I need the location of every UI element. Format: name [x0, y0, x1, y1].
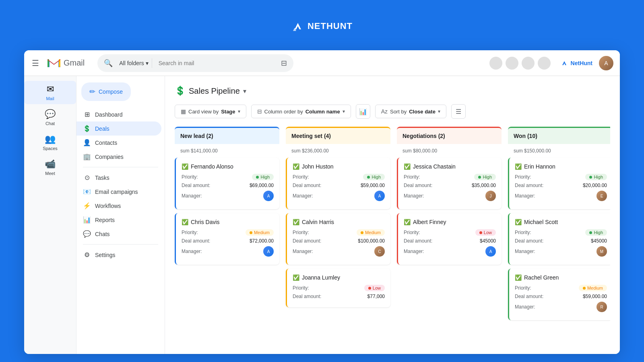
deal-card[interactable]: ✅ Rachel Green Priority: Medium Deal amo… [508, 269, 610, 320]
nav-item-chats[interactable]: 💬 Chats [76, 227, 161, 241]
priority-badge: High [585, 174, 607, 180]
chart-icon-button[interactable]: 📊 [356, 104, 370, 119]
deal-card[interactable]: ✅ Fernando Alonso Priority: High Deal am… [175, 158, 279, 209]
nav-deals-label: Deals [95, 125, 109, 132]
priority-dot-icon [256, 176, 259, 179]
deal-amount-row: Deal amount: $77,000 [293, 294, 385, 299]
amount-value: $35,000.00 [472, 183, 496, 188]
card-view-chevron-icon: ▾ [238, 109, 240, 114]
deal-name: ✅ Jessica Chastain [404, 163, 496, 170]
email-campaigns-icon: 📧 [83, 188, 91, 195]
nav-item-settings[interactable]: ⚙ Settings [76, 248, 161, 262]
deal-card[interactable]: ✅ Albert Finney Priority: Low Deal amoun… [397, 213, 502, 265]
manager-label: Manager: [404, 193, 424, 199]
deal-check-icon: ✅ [293, 274, 299, 281]
priority-label: Priority: [515, 174, 531, 180]
amount-label: Deal amount: [515, 183, 543, 188]
folder-selector[interactable]: All folders ▾ [116, 58, 152, 68]
filter-lines-button[interactable]: ☰ [451, 104, 466, 119]
manager-label: Manager: [515, 304, 535, 310]
column-order-chevron-icon: ▾ [343, 109, 345, 114]
deal-card[interactable]: ✅ Joanna Lumley Priority: Low Deal amoun… [286, 269, 390, 307]
deal-card[interactable]: ✅ Michael Scott Priority: High Deal amou… [508, 213, 610, 265]
column-won: Won (10) sum $150,000.00 ✅ Erin Hannon P… [508, 127, 610, 324]
nethunt-header-label: NetHunt [571, 60, 592, 66]
manager-avatar: J [485, 191, 496, 201]
priority-badge: Medium [579, 285, 607, 291]
nav-item-workflows[interactable]: ⚡ Workflows [76, 199, 161, 213]
deal-check-icon: ✅ [404, 219, 411, 225]
svg-marker-4 [562, 61, 566, 65]
deal-amount-row: Deal amount: $59,000.00 [515, 294, 607, 299]
column-order-button[interactable]: ⊟ Column order by Column name ▾ [251, 105, 351, 118]
card-view-button[interactable]: ▦ Card view by Stage ▾ [175, 105, 246, 118]
sidebar-item-meet[interactable]: 📹 Meet [24, 156, 76, 179]
manager-label: Manager: [515, 193, 535, 199]
header-dots [489, 57, 551, 70]
dashboard-icon: ⊞ [83, 111, 91, 118]
compose-icon: ✏ [89, 87, 95, 96]
deal-name: ✅ Joanna Lumley [293, 274, 385, 281]
priority-badge: Low [364, 285, 385, 291]
hamburger-icon[interactable]: ☰ [31, 58, 40, 68]
amount-value: $59,000.00 [583, 294, 607, 299]
amount-value: $45000 [591, 238, 607, 244]
search-input[interactable] [159, 60, 278, 66]
deal-person-name: Rachel Green [524, 274, 559, 281]
priority-dot-icon [479, 231, 482, 234]
deal-check-icon: ✅ [293, 219, 299, 225]
filter-icon[interactable]: ⊟ [281, 59, 287, 68]
sidebar-item-mail[interactable]: ✉ Mail [24, 81, 76, 104]
deal-card[interactable]: ✅ John Huston Priority: High Deal amount… [286, 158, 390, 209]
manager-avatar: C [374, 246, 385, 257]
deal-card[interactable]: ✅ Chris Davis Priority: Medium Deal amou… [175, 213, 279, 265]
deal-manager-row: Manager: A [182, 246, 274, 257]
nav-item-contacts[interactable]: 👤 Contacts [76, 136, 161, 150]
deal-amount-row: Deal amount: $72,000.00 [182, 238, 274, 244]
deal-manager-row: Manager: A [404, 246, 496, 257]
priority-label: Priority: [182, 230, 198, 235]
deal-priority-row: Priority: Low [293, 285, 385, 291]
amount-value: $72,000.00 [250, 238, 274, 244]
amount-value: $20,000.00 [583, 183, 607, 188]
deal-amount-row: Deal amount: $45000 [404, 238, 496, 244]
sort-button[interactable]: Az Sort by Close date ▾ [375, 105, 446, 118]
nav-item-tasks[interactable]: ⊙ Tasks [76, 171, 161, 185]
deal-card[interactable]: ✅ Calvin Harris Priority: Medium Deal am… [286, 213, 390, 265]
app-window: ☰ Gmail 🔍 All folders ▾ ⊟ [24, 50, 620, 354]
nav-item-deals[interactable]: 💲 Deals [76, 121, 161, 136]
sidebar-item-spaces[interactable]: 👥 Spaces [24, 131, 76, 154]
deal-amount-row: Deal amount: $20,000.00 [515, 183, 607, 188]
amount-label: Deal amount: [293, 294, 321, 299]
avatar[interactable]: A [599, 56, 613, 70]
nav-item-dashboard[interactable]: ⊞ Dashboard [76, 107, 161, 121]
amount-label: Deal amount: [404, 183, 432, 188]
priority-dot-icon [583, 287, 586, 290]
compose-button[interactable]: ✏ Compose [81, 82, 131, 101]
column-order-label: Column order by [264, 109, 303, 115]
nav-workflows-label: Workflows [95, 203, 121, 209]
nav-contacts-label: Contacts [95, 140, 117, 146]
deal-card[interactable]: ✅ Jessica Chastain Priority: High Deal a… [397, 158, 502, 209]
pipeline-dropdown-icon[interactable]: ▾ [243, 87, 246, 95]
manager-label: Manager: [404, 249, 424, 254]
deals-icon: 💲 [83, 125, 91, 132]
priority-label: Priority: [404, 174, 420, 180]
deal-card[interactable]: ✅ Erin Hannon Priority: High Deal amount… [508, 158, 610, 209]
nav-item-email-campaigns[interactable]: 📧 Email campaigns [76, 185, 161, 199]
manager-label: Manager: [293, 249, 313, 254]
amount-label: Deal amount: [404, 238, 432, 244]
nav-item-companies[interactable]: 🏢 Companies [76, 150, 161, 164]
sidebar-item-chat[interactable]: 💬 Chat [24, 106, 76, 129]
column-sum-new-lead: sum $141,000.00 [175, 146, 279, 158]
nav-item-reports[interactable]: 📊 Reports [76, 213, 161, 227]
toolbar: ▦ Card view by Stage ▾ ⊟ Column order by… [175, 104, 610, 119]
column-meeting-set: Meeting set (4) sum $236,000.00 ✅ John H… [286, 127, 390, 324]
sidebar-chat-label: Chat [45, 121, 55, 126]
deal-priority-row: Priority: Medium [182, 229, 274, 236]
nav-companies-label: Companies [95, 154, 124, 160]
header-dot-2 [506, 57, 518, 70]
manager-avatar: A [374, 191, 385, 201]
manager-avatar: A [485, 246, 496, 257]
deal-name: ✅ Calvin Harris [293, 219, 385, 225]
